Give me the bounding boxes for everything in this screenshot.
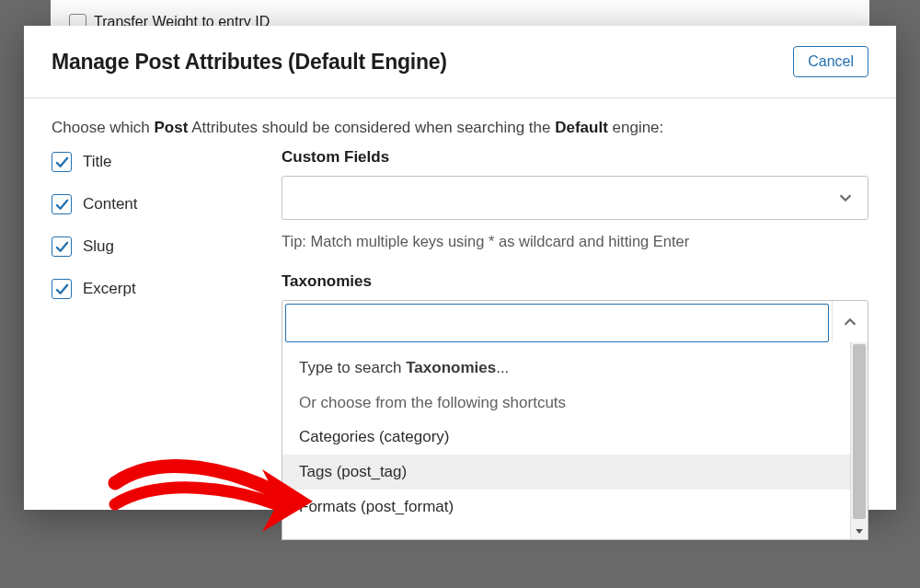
cancel-button[interactable]: Cancel [793,46,868,77]
taxonomy-option-formats[interactable]: Formats (post_format) [282,490,850,525]
taxonomies-dropdown: Type to search Taxonomies... Or choose f… [282,342,868,540]
taxonomies-search-input[interactable] [285,304,829,342]
taxonomy-option-categories[interactable]: Categories (category) [282,420,850,455]
checkbox-label: Title [83,153,112,171]
checkbox-label: Content [83,195,138,213]
checkbox-slug[interactable]: Slug [52,236,245,257]
taxonomies-input-row [282,300,868,344]
checkbox-content[interactable]: Content [52,194,245,214]
custom-fields-label: Custom Fields [282,148,868,167]
manage-attributes-modal: Manage Post Attributes (Default Engine) … [24,26,896,510]
chevron-down-icon [833,185,858,211]
checkbox-title[interactable]: Title [52,152,245,172]
taxonomies-label: Taxonomies [282,272,868,291]
taxonomy-option-tags[interactable]: Tags (post_tag) [282,455,850,490]
checkbox-label: Excerpt [83,280,136,298]
chevron-up-icon[interactable] [832,301,868,343]
taxonomies-dropdown-list: Type to search Taxonomies... Or choose f… [282,342,850,539]
check-icon [52,279,72,299]
modal-title: Manage Post Attributes (Default Engine) [52,50,447,75]
checkbox-excerpt[interactable]: Excerpt [52,279,245,299]
dropdown-placeholder: Type to search Taxonomies... [282,352,850,385]
check-icon [52,152,72,172]
scrollbar-thumb[interactable] [853,344,866,519]
dropdown-subhead: Or choose from the following shortcuts [282,386,850,420]
modal-header: Manage Post Attributes (Default Engine) … [24,26,896,98]
attribute-checkbox-list: Title Content Slug Excerpt [52,148,245,344]
svg-marker-0 [856,529,863,534]
checkbox-label: Slug [83,237,114,256]
check-icon [52,194,72,214]
check-icon [52,236,72,257]
scrollbar-down-button[interactable] [851,523,868,539]
modal-body: Title Content Slug Excerpt [24,143,896,372]
instruction-text: Choose which Post Attributes should be c… [24,98,896,143]
custom-fields-tip: Tip: Match multiple keys using * as wild… [282,233,868,250]
custom-fields-select[interactable] [282,176,868,220]
taxonomies-combobox: Type to search Taxonomies... Or choose f… [282,300,868,344]
dropdown-scrollbar[interactable] [850,342,868,539]
right-column: Custom Fields Tip: Match multiple keys u… [282,148,868,344]
